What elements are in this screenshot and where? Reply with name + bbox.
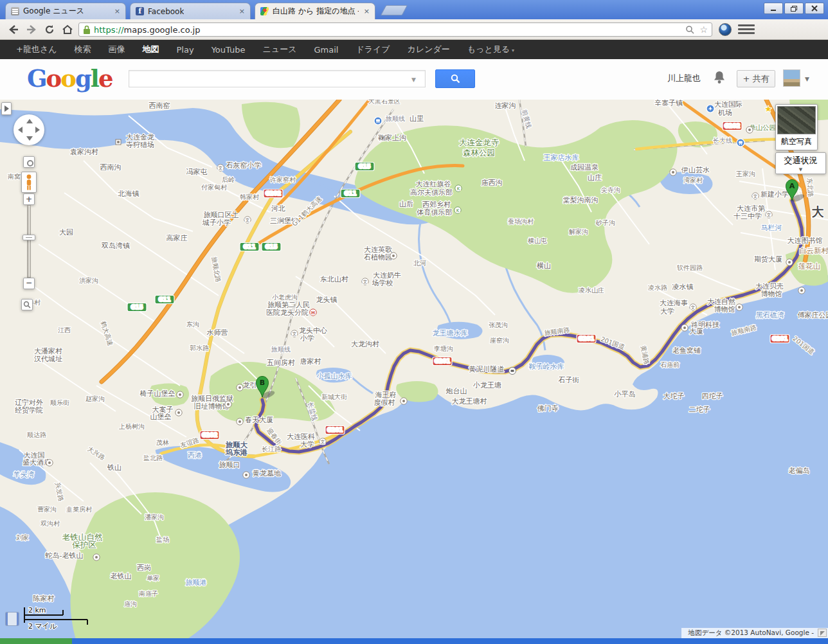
tab-close-icon[interactable]: × xyxy=(359,7,370,15)
map-label: 场学校 xyxy=(372,279,393,287)
pan-up-icon[interactable] xyxy=(26,119,33,123)
gbar-item-3[interactable]: 画像 xyxy=(109,44,125,55)
svg-text:G201: G201 xyxy=(579,335,595,342)
zoom-out-button[interactable]: − xyxy=(23,278,35,289)
map-label: 庙西沟 xyxy=(482,179,503,187)
attribution-collapse-icon[interactable] xyxy=(818,629,827,637)
map-label: 长江路 xyxy=(262,445,281,452)
chrome-menu-icon[interactable] xyxy=(738,24,755,35)
pan-right-icon[interactable] xyxy=(35,127,40,133)
map-label: 高尔夫俱乐部 xyxy=(410,188,453,197)
map-canvas[interactable]: 西南窑大黑石景区旅顺线山里连家沟前黄线鞠家上沟大连金龙寺森林公园王家店水库成园温… xyxy=(0,100,828,638)
rail-icon xyxy=(374,117,382,125)
tab-close-icon[interactable]: × xyxy=(109,7,120,15)
gbar-item-9[interactable]: ドライブ xyxy=(356,44,390,55)
tab-close-icon[interactable]: × xyxy=(234,7,245,15)
window-controls xyxy=(764,3,824,14)
new-tab-button[interactable] xyxy=(381,5,408,15)
home-button[interactable] xyxy=(59,22,75,37)
gbar-item-8[interactable]: Gmail xyxy=(314,45,338,55)
reload-button[interactable] xyxy=(41,22,57,37)
avatar-dropdown-caret-icon[interactable]: ▼ xyxy=(805,76,809,82)
gbar-item-6[interactable]: YouTube xyxy=(212,45,246,55)
svg-text:G201: G201 xyxy=(435,358,451,364)
map-label: 大厦 xyxy=(689,327,703,335)
svg-text:文: 文 xyxy=(691,305,696,310)
gbar-item-7[interactable]: ニュース xyxy=(263,44,297,55)
zoom-in-button[interactable]: + xyxy=(23,193,35,205)
map-label: 铁山 xyxy=(107,463,122,472)
pan-control[interactable] xyxy=(14,114,44,145)
zoom-slider-track[interactable] xyxy=(27,205,31,278)
gbar-item-4[interactable]: 地図 xyxy=(143,44,159,55)
svg-text:文: 文 xyxy=(767,212,771,218)
forward-button[interactable] xyxy=(23,22,39,37)
close-button[interactable] xyxy=(805,3,824,14)
avatar[interactable] xyxy=(783,69,800,87)
map-label: 南庙子 xyxy=(139,590,158,597)
pan-down-icon[interactable] xyxy=(26,136,33,141)
map-label: 石植物园 xyxy=(364,253,392,262)
panel-collapse-arrow[interactable] xyxy=(1,102,12,115)
user-name[interactable]: 川上龍也 xyxy=(667,73,701,84)
restore-button[interactable] xyxy=(784,3,804,14)
url-scheme: https:// xyxy=(94,25,124,35)
back-button[interactable] xyxy=(5,22,21,37)
gbar-item-5[interactable]: Play xyxy=(177,45,194,55)
map-label: 椅子山堡垒 xyxy=(140,389,176,398)
logo-letter: o xyxy=(46,64,61,93)
map-label: 新城大街 xyxy=(321,393,347,400)
dot-icon xyxy=(736,304,742,310)
map-label: 大黑石景区 xyxy=(368,100,401,105)
title-bar: Google ニュース×fFacebook×白山路 から 指定の地点 - (× xyxy=(0,0,828,19)
gbar-item-11[interactable]: もっと見る▾ xyxy=(467,44,514,55)
map-label: 旅顺线 xyxy=(271,346,291,353)
traffic-toggle[interactable]: 交通状況 ▼ xyxy=(775,152,826,174)
share-button[interactable]: + 共有 xyxy=(737,70,775,87)
lock-icon xyxy=(83,25,91,35)
map-label: 西南窑 xyxy=(149,102,170,110)
reset-view-button[interactable] xyxy=(23,156,35,168)
aerial-view-toggle[interactable]: 航空写真 xyxy=(775,104,818,150)
rail-icon xyxy=(737,139,744,147)
map-label: 大 xyxy=(812,204,825,219)
overview-map-button[interactable] xyxy=(21,299,33,310)
map-label: 大连海事 xyxy=(660,299,688,307)
dot-icon xyxy=(746,127,753,133)
google-black-bar: +龍也さん検索画像地図PlayYouTubeニュースGmailドライブカレンダー… xyxy=(0,40,828,59)
bookmark-star-icon[interactable]: ☆ xyxy=(699,24,708,35)
gbar-item-10[interactable]: カレンダー xyxy=(408,44,450,55)
dot-icon xyxy=(786,259,793,265)
road-shield: G11 xyxy=(240,243,259,251)
street-view-pegman[interactable] xyxy=(21,172,37,193)
extension-globe-icon[interactable] xyxy=(719,23,732,36)
map-label: 佛门寺 xyxy=(537,404,559,413)
pan-left-icon[interactable] xyxy=(18,127,22,133)
map-label: 鞍子岭水库 xyxy=(529,362,564,371)
map-label: 龙王塘水库 xyxy=(433,329,468,337)
search-button[interactable] xyxy=(435,69,475,88)
road-shield: G202 xyxy=(264,190,283,198)
road-shield: G11 xyxy=(341,190,360,198)
minimize-button[interactable] xyxy=(764,3,783,14)
map-label: 体育俱乐部 xyxy=(417,208,453,217)
tab-2[interactable]: fFacebook× xyxy=(130,3,251,19)
google-logo[interactable]: Google xyxy=(27,64,112,93)
search-dropdown-caret-icon[interactable]: ▼ xyxy=(411,76,416,83)
zoom-slider-handle[interactable] xyxy=(22,235,35,240)
address-bar[interactable]: https://maps.google.co.jp ☆ xyxy=(78,22,712,37)
aerial-label: 航空写真 xyxy=(776,134,817,150)
gbar-item-2[interactable]: 検索 xyxy=(75,44,91,55)
gbar-item-1[interactable]: +龍也さん xyxy=(16,44,57,55)
tab-1[interactable]: Google ニュース× xyxy=(5,3,126,19)
map-label: 西岗 xyxy=(137,564,151,572)
maps-search-input[interactable] xyxy=(129,70,426,87)
map-label: 长大线 xyxy=(713,137,732,144)
plane-icon xyxy=(706,105,714,112)
map-page-icon[interactable] xyxy=(5,612,19,626)
notification-bell-icon[interactable] xyxy=(712,69,726,85)
page-zoom-icon[interactable] xyxy=(685,25,694,34)
map-label: 老鱼窝铺 xyxy=(672,346,701,355)
tab-3[interactable]: 白山路 から 指定の地点 - (× xyxy=(255,3,375,19)
map-label: 坞东港 xyxy=(225,448,248,457)
